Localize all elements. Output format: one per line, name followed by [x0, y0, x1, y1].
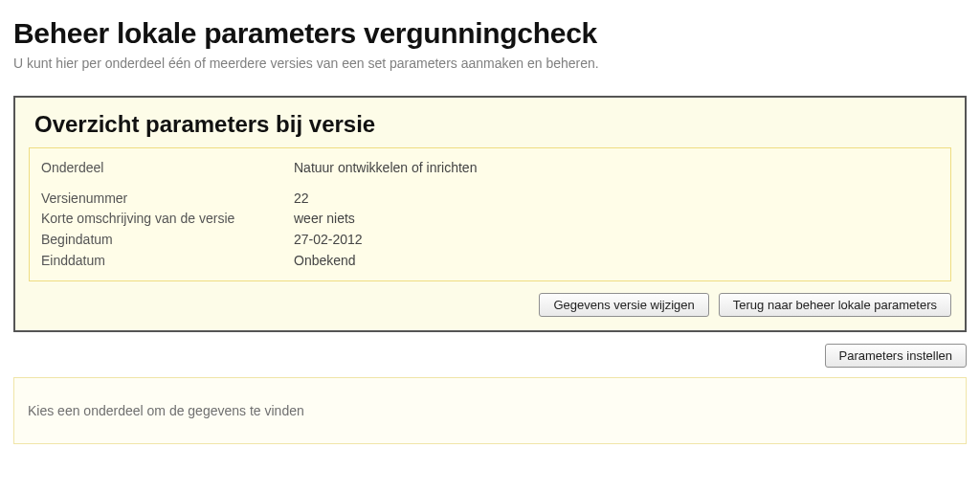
page-title: Beheer lokale parameters vergunningcheck [13, 17, 967, 50]
value-begindatum: 27-02-2012 [294, 230, 363, 251]
label-versienummer: Versienummer [41, 189, 294, 210]
label-einddatum: Einddatum [41, 251, 294, 272]
row-begindatum: Begindatum 27-02-2012 [41, 230, 939, 251]
row-einddatum: Einddatum Onbekend [41, 251, 939, 272]
value-korte-omschrijving: weer niets [294, 209, 355, 230]
row-onderdeel: Onderdeel Natuur ontwikkelen of inrichte… [41, 158, 939, 179]
label-onderdeel: Onderdeel [41, 158, 294, 179]
page-subtitle: U kunt hier per onderdeel één of meerder… [13, 56, 967, 71]
gegevens-wijzigen-button[interactable]: Gegevens versie wijzigen [539, 293, 708, 317]
overview-details: Onderdeel Natuur ontwikkelen of inrichte… [29, 147, 951, 281]
label-begindatum: Begindatum [41, 230, 294, 251]
parameters-instellen-button[interactable]: Parameters instellen [825, 344, 968, 368]
row-versienummer: Versienummer 22 [41, 189, 939, 210]
actions-row: Parameters instellen [13, 340, 967, 377]
hint-panel: Kies een onderdeel om de gegevens te vin… [13, 377, 967, 444]
value-versienummer: 22 [294, 189, 309, 210]
value-onderdeel: Natuur ontwikkelen of inrichten [294, 158, 477, 179]
hint-text: Kies een onderdeel om de gegevens te vin… [28, 403, 304, 418]
overview-panel: Overzicht parameters bij versie Onderdee… [13, 96, 967, 332]
row-korte-omschrijving: Korte omschrijving van de versie weer ni… [41, 209, 939, 230]
value-einddatum: Onbekend [294, 251, 356, 272]
overview-button-row: Gegevens versie wijzigen Terug naar behe… [29, 293, 951, 317]
overview-title: Overzicht parameters bij versie [34, 111, 951, 138]
terug-button[interactable]: Terug naar beheer lokale parameters [719, 293, 951, 317]
label-korte-omschrijving: Korte omschrijving van de versie [41, 209, 294, 230]
